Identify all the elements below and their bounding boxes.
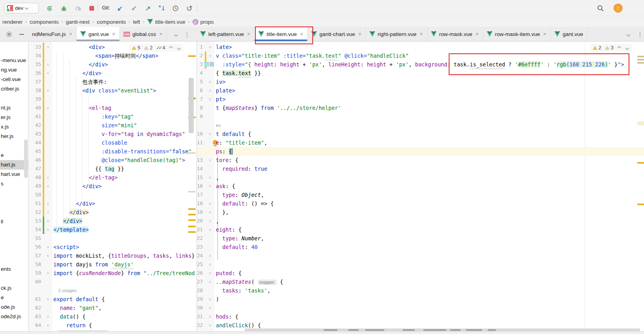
error-stripe-mark[interactable] xyxy=(188,226,196,227)
code-line[interactable]: iv> xyxy=(216,77,225,86)
tree-item--cell.vue[interactable]: -cell.vue xyxy=(0,75,28,84)
line-number[interactable]: 4 xyxy=(197,69,203,77)
history-clock-icon[interactable] xyxy=(170,3,181,13)
scrollbar-thumb[interactable] xyxy=(189,78,194,133)
line-number[interactable]: 17 xyxy=(197,191,203,199)
line-number[interactable]: 13 xyxy=(197,156,203,164)
line-number[interactable]: 6 xyxy=(197,86,203,95)
line-number[interactable]: 30 xyxy=(197,304,203,312)
fold-marker-icon[interactable]: ∨ xyxy=(209,182,212,191)
line-number[interactable]: 52 xyxy=(29,208,41,217)
fold-marker-icon[interactable]: ∨ xyxy=(209,277,212,286)
usages-inlay-hint[interactable]: 2 usages xyxy=(58,286,77,295)
code-line[interactable]: :disable-transitions="false" xyxy=(53,147,192,156)
code-line[interactable]: pt> xyxy=(216,95,225,104)
error-stripe-mark[interactable] xyxy=(637,59,644,60)
line-number[interactable]: 34 xyxy=(29,51,41,60)
prev-problem-icon[interactable] xyxy=(617,46,621,50)
line-number[interactable]: 36 xyxy=(29,69,41,77)
code-line[interactable]: {{ tag }} xyxy=(53,164,124,173)
line-number[interactable]: 29 xyxy=(197,295,203,304)
prev-problem-icon[interactable] xyxy=(169,46,173,50)
left-pane-tab-menu-icon[interactable]: ⋮ xyxy=(183,30,191,39)
line-number[interactable]: 35 xyxy=(29,60,41,69)
line-number[interactable]: 15 xyxy=(197,173,203,182)
fold-marker-icon[interactable]: ∧ xyxy=(47,69,49,77)
line-number[interactable]: 59 xyxy=(29,269,41,277)
fold-marker-icon[interactable]: ∧ xyxy=(209,251,212,260)
code-line[interactable]: default: 40 xyxy=(216,243,258,251)
line-number[interactable]: 20 xyxy=(197,217,203,225)
breadcrumb-item[interactable]: gantt-next xyxy=(66,19,90,25)
code-line[interactable]: ) xyxy=(216,295,219,304)
line-number[interactable]: 14 xyxy=(197,164,203,173)
fold-marker-icon[interactable]: ∧ xyxy=(209,86,212,95)
search-everywhere-icon[interactable] xyxy=(595,3,606,13)
fold-marker-icon[interactable]: ∧ xyxy=(209,208,212,217)
code-line[interactable]: import dayjs from 'dayjs' xyxy=(53,260,134,269)
code-line[interactable]: <div class="eventList"> xyxy=(53,86,156,95)
code-line[interactable]: </div> xyxy=(53,69,102,77)
line-number[interactable]: 8 xyxy=(197,104,203,112)
error-stripe-mark[interactable] xyxy=(637,204,644,205)
close-icon[interactable]: × xyxy=(159,31,162,37)
line-number[interactable]: 1 xyxy=(197,43,203,51)
hide-panel-icon[interactable] xyxy=(17,30,26,39)
line-number[interactable]: 64 xyxy=(29,321,41,330)
fold-marker-icon[interactable]: ∨ xyxy=(209,269,212,277)
error-stripe-mark[interactable] xyxy=(637,56,644,57)
fold-marker-icon[interactable]: ∨ xyxy=(209,321,212,330)
close-icon[interactable]: × xyxy=(69,31,72,37)
line-number[interactable]: 11 xyxy=(197,138,203,147)
breadcrumb-item[interactable]: components xyxy=(30,19,59,25)
line-number[interactable]: 39 xyxy=(29,95,41,104)
tab-row-mask-item.vue[interactable]: row-mask-item.vue× xyxy=(483,27,551,41)
line-number[interactable]: 41 xyxy=(29,112,41,121)
tab-gant.vue[interactable]: gant.vue× xyxy=(77,27,120,41)
line-number[interactable]: 62 xyxy=(29,304,41,312)
code-line[interactable]: ask: { xyxy=(216,182,235,191)
line-number[interactable]: 3 xyxy=(197,60,203,69)
fold-marker-icon[interactable]: ∧ xyxy=(209,217,212,225)
line-number[interactable]: 37 xyxy=(29,77,41,86)
fold-marker-icon[interactable]: ∨ xyxy=(209,43,212,51)
line-number[interactable]: 47 xyxy=(29,164,41,173)
code-line[interactable]: ..mapStates( mapper: { xyxy=(216,277,283,286)
tab-gant.vue[interactable]: gant.vue xyxy=(551,27,587,41)
line-number[interactable]: 49 xyxy=(29,182,41,191)
code-line[interactable]: default: () => { xyxy=(216,199,274,208)
update-available-icon[interactable]: ↑ xyxy=(614,4,623,13)
fold-marker-icon[interactable]: ∧ xyxy=(47,217,49,225)
tree-item-ents[interactable]: ents xyxy=(0,264,28,274)
breadcrumb-item[interactable]: title-item.vue xyxy=(155,19,185,25)
fold-marker-icon[interactable]: ∧ xyxy=(47,182,49,191)
line-number[interactable]: 28 xyxy=(197,286,203,295)
next-problem-icon[interactable] xyxy=(177,46,181,50)
close-icon[interactable]: × xyxy=(543,31,546,37)
fold-marker-icon[interactable]: ∧ xyxy=(209,77,212,86)
fold-marker-icon[interactable]: ∨ xyxy=(47,269,49,277)
error-stripe-mark[interactable] xyxy=(637,162,644,164)
line-number[interactable]: 44 xyxy=(29,138,41,147)
fold-marker-icon[interactable]: ∨ xyxy=(47,86,49,95)
fold-marker-icon[interactable]: ∧ xyxy=(47,199,49,208)
code-line[interactable]: v-for="tag in dynamicTags" xyxy=(53,130,185,138)
code-line[interactable]: eight: { xyxy=(216,225,242,234)
code-line[interactable]: e: "title-item", xyxy=(216,138,267,147)
error-stripe-mark[interactable] xyxy=(188,231,196,233)
git-update-project-icon[interactable]: ↙ xyxy=(115,3,125,13)
line-number[interactable]: 45 xyxy=(29,147,41,156)
fold-marker-icon[interactable]: ∧ xyxy=(47,173,49,182)
code-line[interactable]: ps: { xyxy=(216,147,232,156)
line-number[interactable]: 2 xyxy=(197,51,203,60)
fold-marker-icon[interactable]: ∨ xyxy=(47,104,49,112)
line-number[interactable]: 33 xyxy=(29,43,41,51)
fold-marker-icon[interactable]: ∨ xyxy=(47,243,49,251)
code-line[interactable]: plate> xyxy=(216,86,235,95)
code-line[interactable]: , xyxy=(216,173,219,182)
tree-item-ng.vue[interactable]: ng.vue xyxy=(0,65,28,75)
rerun-button[interactable] xyxy=(44,3,55,13)
close-icon[interactable]: × xyxy=(420,31,423,37)
line-number[interactable]: 56 xyxy=(29,243,41,251)
tree-item-x.js[interactable]: x.js xyxy=(0,122,28,132)
